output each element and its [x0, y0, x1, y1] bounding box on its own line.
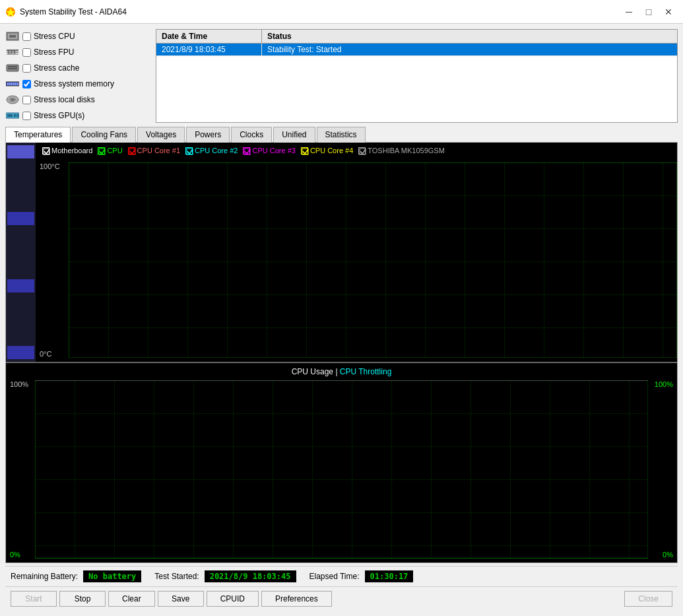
svg-rect-11: [8, 68, 17, 69]
cache-icon: [5, 63, 20, 73]
legend-checkbox-core4[interactable]: [301, 147, 308, 154]
svg-rect-24: [14, 114, 16, 117]
svg-line-43: [305, 149, 308, 154]
stress-memory-checkbox[interactable]: [22, 80, 31, 88]
close-button[interactable]: Close: [624, 591, 672, 607]
legend-label-core1: CPU Core #1: [137, 147, 180, 154]
maximize-button[interactable]: □: [639, 4, 658, 20]
stop-button[interactable]: Stop: [59, 591, 106, 607]
legend-core2: CPU Core #2: [185, 147, 238, 154]
log-cell-status-0: Stability Test: Started: [262, 44, 368, 55]
svg-line-40: [247, 149, 250, 154]
started-value: 2021/8/9 18:03:45: [205, 570, 296, 582]
stress-fpu-checkbox[interactable]: [22, 48, 31, 57]
legend-label-core2: CPU Core #2: [195, 147, 238, 154]
svg-rect-4: [9, 35, 16, 38]
tab-cooling-fans[interactable]: Cooling Fans: [72, 127, 136, 143]
svg-rect-10: [8, 66, 17, 67]
legend-core1: CPU Core #1: [128, 147, 180, 154]
tab-voltages[interactable]: Voltages: [137, 127, 185, 143]
svg-rect-16: [13, 83, 15, 85]
svg-point-21: [11, 99, 14, 101]
legend-checkbox-core2[interactable]: [185, 147, 193, 154]
start-button[interactable]: Start: [11, 591, 57, 607]
elapsed-label: Elapsed Time:: [309, 572, 360, 581]
tab-statistics[interactable]: Statistics: [317, 127, 366, 143]
top-section: Stress CPU 123 Stress FPU: [5, 29, 678, 123]
elapsed-value: 01:30:17: [365, 570, 414, 582]
tabs-section: Temperatures Cooling Fans Voltages Power…: [5, 127, 678, 563]
stress-fpu-item: 123 Stress FPU: [5, 45, 150, 59]
usage-title-colored: CPU Throttling: [340, 367, 391, 376]
sidebar-item-2[interactable]: [7, 212, 34, 225]
stress-cpu-item: Stress CPU: [5, 29, 150, 44]
minimize-button[interactable]: ─: [620, 4, 638, 20]
charts-area: Motherboard CPU CPU Core #: [5, 143, 678, 563]
battery-label: Remaining Battery:: [11, 572, 78, 581]
legend-checkbox-toshiba[interactable]: [358, 147, 366, 154]
clear-button[interactable]: Clear: [108, 591, 155, 607]
stress-cache-item: Stress cache: [5, 61, 150, 75]
tab-powers[interactable]: Powers: [186, 127, 230, 143]
temp-legend: Motherboard CPU CPU Core #: [42, 147, 670, 154]
legend-label-motherboard: Motherboard: [51, 147, 92, 154]
stress-cache-checkbox[interactable]: [22, 64, 31, 73]
temp-y-bottom: 0°C: [40, 350, 51, 358]
svg-rect-52: [35, 380, 648, 559]
svg-rect-25: [16, 114, 18, 117]
stress-memory-label: Stress system memory: [34, 79, 114, 88]
usage-chart: CPU Usage | CPU Throttling 100% 0% 100% …: [6, 363, 677, 563]
save-button[interactable]: Save: [158, 591, 204, 607]
legend-checkbox-motherboard[interactable]: [42, 147, 49, 154]
window-controls: ─ □ ✕: [620, 4, 678, 20]
legend-cpu: CPU: [98, 147, 122, 154]
window-title: System Stability Test - AIDA64: [20, 7, 620, 17]
stress-gpu-checkbox[interactable]: [22, 112, 31, 120]
preferences-button[interactable]: Preferences: [261, 591, 332, 607]
sidebar-item-3[interactable]: [7, 279, 34, 292]
stress-memory-item: Stress system memory: [5, 77, 150, 91]
temperature-chart: Motherboard CPU CPU Core #: [6, 143, 677, 362]
usage-y-top-right: 100%: [655, 380, 673, 388]
legend-motherboard: Motherboard: [42, 147, 92, 154]
log-cell-datetime-0: 2021/8/9 18:03:45: [156, 44, 262, 55]
svg-rect-47: [69, 162, 677, 358]
legend-label-core3: CPU Core #3: [252, 147, 295, 154]
svg-line-37: [189, 149, 193, 154]
legend-core3: CPU Core #3: [243, 147, 295, 154]
stress-cpu-checkbox[interactable]: [22, 32, 31, 41]
cpuid-button[interactable]: CPUID: [207, 591, 259, 607]
tab-clocks[interactable]: Clocks: [231, 127, 272, 143]
title-bar: System Stability Test - AIDA64 ─ □ ✕: [0, 0, 683, 24]
svg-rect-13: [7, 83, 9, 85]
stress-fpu-label: Stress FPU: [34, 48, 74, 57]
stress-disk-checkbox[interactable]: [22, 96, 31, 104]
usage-y-bottom-right: 0%: [663, 551, 673, 559]
legend-checkbox-core3[interactable]: [243, 147, 250, 154]
memory-icon: [5, 79, 20, 89]
status-bar: Remaining Battery: No battery Test Start…: [5, 566, 678, 586]
svg-line-34: [132, 149, 135, 154]
legend-checkbox-core1[interactable]: [128, 147, 135, 154]
stress-gpu-item: Stress GPU(s): [5, 108, 150, 123]
tab-unified[interactable]: Unified: [273, 127, 315, 143]
legend-checkbox-cpu[interactable]: [98, 147, 105, 154]
log-header-status: Status: [262, 30, 368, 43]
stress-cpu-label: Stress CPU: [34, 32, 75, 41]
usage-chart-title: CPU Usage | CPU Throttling: [6, 367, 677, 376]
temp-chart-inner: Motherboard CPU CPU Core #: [36, 143, 677, 362]
log-row-0[interactable]: 2021/8/9 18:03:45 Stability Test: Starte…: [156, 44, 677, 56]
svg-rect-17: [15, 83, 16, 85]
close-window-button[interactable]: ✕: [659, 4, 678, 20]
sidebar-item-4[interactable]: [7, 346, 34, 359]
sidebar-item-1[interactable]: [7, 145, 34, 158]
svg-rect-15: [11, 83, 13, 85]
tab-temperatures[interactable]: Temperatures: [5, 127, 71, 143]
svg-rect-18: [17, 83, 18, 85]
svg-text:123: 123: [7, 50, 16, 55]
cpu-icon: [5, 31, 20, 42]
svg-line-46: [362, 149, 366, 154]
main-content: Stress CPU 123 Stress FPU: [0, 24, 683, 616]
log-table-header: Date & Time Status: [156, 30, 677, 44]
svg-line-28: [46, 149, 49, 154]
